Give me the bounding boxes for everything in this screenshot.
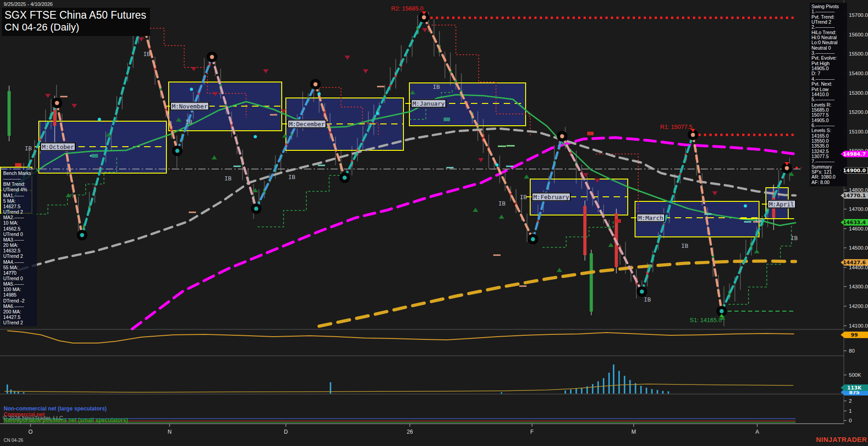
bench-panel-line: MA4.------ (3, 259, 35, 265)
month-box-label: M:March (636, 214, 665, 222)
initial-balance-label: IB (25, 145, 32, 152)
bench-panel-line: MA1.------ (3, 193, 35, 198)
level-label: R1: 15077.5 (660, 123, 692, 130)
y-axis-label: 14500.0 (849, 245, 868, 251)
swing-panel-line: AR: 1080.0 (811, 174, 845, 179)
swing-panel-line: 13535.0 (811, 144, 845, 149)
bench-panel-line: ----------- (3, 176, 35, 181)
bench-panel-line: DTrend -2 (3, 298, 35, 303)
level-label: R2: 15685.0 (391, 5, 424, 12)
x-axis-label: M (631, 429, 636, 435)
price-marker-tag: 113K (841, 384, 868, 391)
initial-balance-label: IB (498, 200, 506, 207)
bench-panel-line: 14985 (3, 292, 35, 297)
y-axis-label: 15600.0 (849, 32, 868, 37)
month-box-label: M:December (287, 120, 326, 128)
y-axis-label: 14600.0 (849, 226, 868, 231)
swing-panel-line: Pvt. Next: (811, 82, 845, 87)
swing-panel-line: Levels S: (811, 128, 845, 133)
chart-canvas[interactable] (0, 0, 868, 446)
y-axis-label: 14200.0 (849, 303, 868, 309)
price-marker-tag: 99 (841, 332, 868, 338)
level-label: S1: 14165.0 (690, 317, 722, 323)
y-axis-label: 0 (849, 418, 852, 423)
bench-panel-line: 20 MA: (3, 242, 35, 248)
bench-panel-line: 5 MA: (3, 198, 35, 204)
y-axis-label: 80 (849, 348, 855, 354)
initial-balance-label: IB (224, 175, 232, 182)
initial-balance-label: IB (143, 51, 150, 57)
bench-panel-line: 14632.5 (3, 248, 35, 253)
swing-panel-line: 5.------------ (811, 97, 845, 102)
initial-balance-label: IB (288, 174, 295, 180)
initial-balance-label: IB (644, 296, 651, 303)
bench-panel-line: UTrend 0 (3, 231, 35, 237)
initial-balance-label: IB (185, 118, 192, 125)
swing-panel-line: 7.------------ (811, 159, 845, 164)
x-axis-label: N (168, 429, 172, 435)
legend-noncommercial: Non-commercial net (large speculators) (4, 405, 107, 412)
chart-markers (15, 28, 794, 320)
bench-panel-line: 200 MA: (3, 309, 35, 314)
oscillator-panel (7, 331, 794, 343)
ninjatrader-logo: NINJATRADER (816, 436, 867, 443)
y-axis-label: 15700.0 (849, 12, 868, 18)
y-axis-label: 14300.0 (849, 284, 868, 289)
bench-panel-line: 14627.5 (3, 204, 35, 209)
bench-panel-line: 10 MA: (3, 220, 35, 226)
month-box-label: M:January (411, 99, 446, 108)
y-axis-label: 2 (849, 398, 852, 404)
y-axis-label: 14700.0 (849, 206, 868, 212)
initial-balance-label: IB (681, 242, 688, 249)
bench-panel-line: UTrend 4% (3, 187, 35, 192)
price-marker-tag: 14427.6 (841, 259, 868, 266)
bench-panel-line: 55 MA: (3, 265, 35, 270)
month-box-label: M:February (532, 193, 571, 201)
initial-balance-label: IB (520, 194, 527, 200)
swing-panel-line: 1.------------ (811, 9, 845, 14)
initial-balance-label: IB (790, 235, 798, 241)
x-axis-label: D (284, 429, 288, 435)
bench-panel-line: 14770 (3, 270, 35, 276)
y-axis-label: 15200.0 (849, 109, 868, 115)
x-axis-label: 26 (407, 429, 413, 435)
bench-panel-line: 14562.5 (3, 226, 35, 231)
bench-panel-line: UTrend 2 (3, 253, 35, 259)
y-axis-label: 15100.0 (849, 129, 868, 134)
bench-panel-line: MA5.------ (3, 281, 35, 287)
x-axis-label: A (755, 429, 759, 435)
y-axis-label: 1 (849, 408, 852, 414)
initial-balance-label: IB (433, 83, 440, 90)
bench-panel-line: MA6.------ (3, 303, 35, 309)
y-axis-label: 15400.0 (849, 71, 868, 76)
bench-panel-line: 100 MA: (3, 287, 35, 292)
price-marker-tag: 14900.0 (841, 167, 868, 174)
y-axis-label: 14800.0 (849, 187, 868, 193)
initial-balance-label: IB (754, 217, 762, 224)
swing-panel-line: AF: 8.00 (811, 180, 845, 185)
y-axis-label: 14100.0 (849, 323, 868, 328)
y-axis-label: 500K (849, 372, 861, 378)
price-marker-tag: 14770.1 (841, 192, 868, 199)
bench-marks-panel: Bench Marks-----------BM Trend:UTrend 4%… (1, 169, 37, 326)
y-axis-label: 15300.0 (849, 90, 868, 96)
y-axis-label: 15500.0 (849, 51, 868, 56)
month-box-label: M:November (170, 102, 209, 111)
bench-panel-line: MA2.------ (3, 215, 35, 220)
legend-nonreportable: Nonreportable positions net (small specu… (4, 417, 128, 423)
bench-panel-line: UTrend 0 (3, 276, 35, 281)
price-marker-tag: 14633.4 (841, 219, 868, 226)
volume-panel (5, 364, 793, 394)
x-axis-label: F (530, 429, 533, 435)
swing-panel-line: 15077.5 (811, 113, 845, 118)
swing-pivots-panel: Swing Pivots1.------------Pvt. Trend:UTr… (810, 3, 847, 186)
month-box-label: M:October (40, 143, 76, 151)
bench-panel-line: Bench Marks (3, 170, 35, 176)
bench-panel-line: UTrend 2 (3, 320, 35, 325)
bench-panel-line: 14427.5 (3, 314, 35, 320)
contract-label: CN 04-26 (4, 438, 23, 443)
bench-panel-line: UTrend 2 (3, 209, 35, 215)
instrument-title: SGX FTSE China A50 Futures CN 04-26 (Dai… (2, 8, 150, 36)
x-axis-label: O (28, 429, 32, 435)
price-marker-tag: 14984.7 (841, 151, 868, 158)
